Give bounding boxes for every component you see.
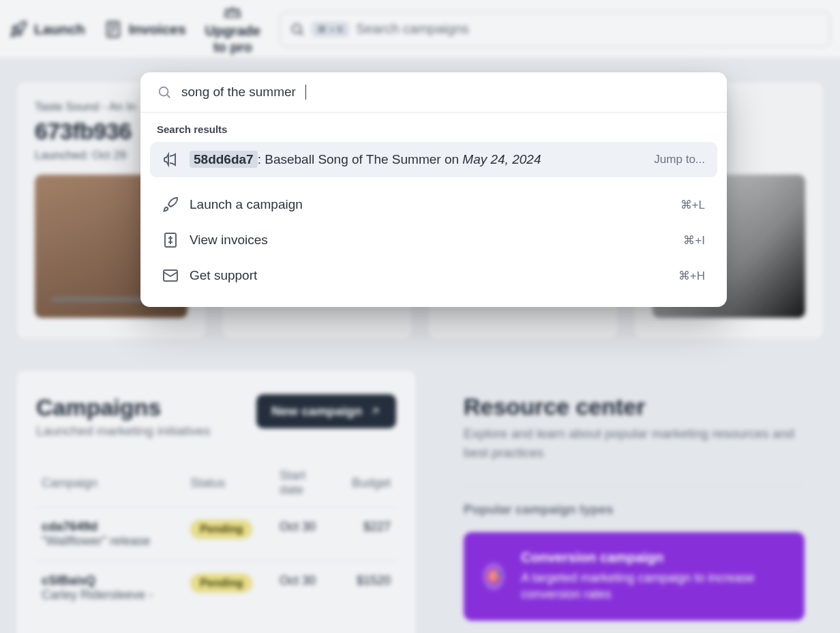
jump-to-label: Jump to... — [654, 153, 705, 166]
action-label: View invoices — [190, 233, 268, 248]
action-label: Get support — [190, 268, 257, 283]
result-code: 58dd6da7 — [190, 151, 258, 168]
results-heading: Search results — [150, 123, 717, 142]
svg-line-8 — [167, 95, 170, 98]
action-shortcut: ⌘+I — [683, 233, 705, 248]
search-result[interactable]: 58dd6da7: Baseball Song of The Summer on… — [150, 142, 717, 177]
rocket-icon — [162, 196, 179, 213]
megaphone-icon — [162, 151, 179, 168]
command-palette: song of the summer Search results 58dd6d… — [140, 72, 727, 307]
palette-search-row[interactable]: song of the summer — [140, 72, 727, 113]
action-launch-campaign[interactable]: Launch a campaign ⌘+L — [150, 187, 717, 222]
result-text: 58dd6da7: Baseball Song of The Summer on… — [190, 152, 541, 167]
action-view-invoices[interactable]: View invoices ⌘+I — [150, 222, 717, 258]
action-shortcut: ⌘+H — [678, 269, 705, 283]
action-get-support[interactable]: Get support ⌘+H — [150, 258, 717, 293]
search-icon — [157, 85, 172, 100]
action-label: Launch a campaign — [190, 197, 303, 212]
text-caret — [305, 85, 306, 100]
palette-query: song of the summer — [181, 85, 296, 100]
mail-icon — [162, 267, 179, 284]
action-shortcut: ⌘+L — [680, 198, 705, 212]
invoice-icon — [162, 232, 179, 248]
svg-point-7 — [160, 87, 168, 96]
